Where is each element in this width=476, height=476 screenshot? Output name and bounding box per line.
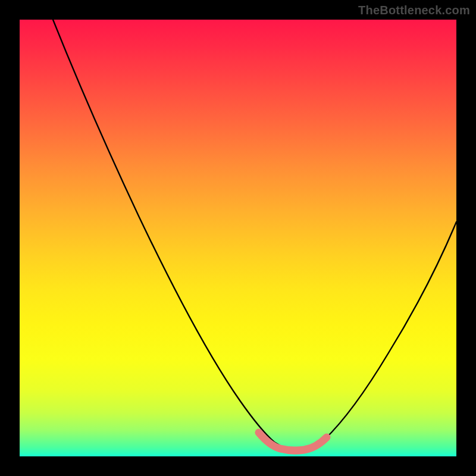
plot-area — [20, 20, 456, 456]
chart-frame: TheBottleneck.com — [0, 0, 476, 476]
highlight-segment-path — [259, 433, 327, 450]
chart-svg — [20, 20, 456, 456]
watermark-text: TheBottleneck.com — [358, 4, 470, 17]
bottleneck-curve-path — [53, 20, 456, 450]
